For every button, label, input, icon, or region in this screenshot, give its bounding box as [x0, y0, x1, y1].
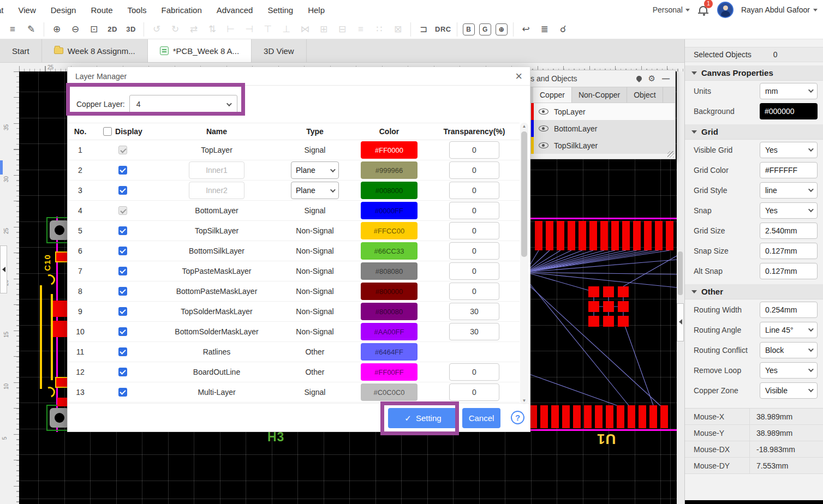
- prop-routing-width-input[interactable]: 0.254mm: [760, 302, 818, 318]
- layer-color-swatch[interactable]: #999966: [361, 161, 418, 179]
- tab-pcb-week8[interactable]: *PCB_Week 8 A...: [148, 39, 252, 62]
- prop-remove-loop-select[interactable]: Yes: [760, 362, 818, 379]
- layer-color-swatch[interactable]: #66CC33: [361, 242, 418, 260]
- layer-color-swatch[interactable]: #6464FF: [361, 343, 418, 361]
- layer-visible-checkbox[interactable]: [118, 287, 127, 296]
- layer-visible-checkbox[interactable]: [118, 307, 127, 316]
- layer-color-swatch[interactable]: #AA00FF: [361, 323, 418, 340]
- section-header-canvas-properties[interactable]: Canvas Properties: [685, 65, 823, 81]
- left-panel-collapse-handle[interactable]: [0, 245, 7, 293]
- section-header-other[interactable]: Other: [685, 284, 823, 299]
- prop-grid-color-input[interactable]: #FFFFFF: [760, 162, 818, 178]
- layer-transparency-input[interactable]: 0: [449, 141, 499, 159]
- prop-routing-conflict-select[interactable]: Block: [760, 342, 818, 358]
- menu-item-design[interactable]: Design: [51, 5, 76, 15]
- update-pcb-icon[interactable]: ⊐: [416, 22, 431, 37]
- menu-item-fabrication[interactable]: Fabrication: [162, 5, 202, 15]
- history-icon[interactable]: ↩: [519, 22, 533, 37]
- measure-icon[interactable]: ✎: [24, 22, 38, 37]
- gear-icon[interactable]: ⚙: [648, 74, 655, 83]
- resize-handle[interactable]: [667, 151, 674, 158]
- prop-grid-size-input[interactable]: 2.540mm: [760, 223, 818, 239]
- layer-transparency-input[interactable]: 0: [449, 242, 499, 260]
- tab-start[interactable]: Start: [0, 39, 42, 62]
- scrollbar-thumb[interactable]: [521, 131, 527, 257]
- pin-icon[interactable]: [635, 75, 642, 82]
- layer-transparency-input[interactable]: 0: [449, 262, 499, 280]
- scrollbar-thumb[interactable]: [678, 251, 683, 295]
- layers-tab-noncopper[interactable]: Non-Copper: [572, 87, 627, 103]
- layer-color-swatch[interactable]: #008000: [361, 182, 418, 199]
- layer-color-swatch[interactable]: #C0C0C0: [361, 383, 418, 401]
- eye-icon[interactable]: [539, 142, 548, 148]
- minimize-icon[interactable]: —: [662, 74, 670, 83]
- design-manager-icon[interactable]: ≡: [5, 22, 20, 37]
- layer-list-item[interactable]: BottomLayer: [506, 120, 675, 137]
- prop-visible-grid-select[interactable]: Yes: [760, 142, 818, 158]
- layer-name-input[interactable]: Inner1: [189, 161, 244, 179]
- layer-transparency-input[interactable]: 0: [449, 182, 499, 199]
- batch-modify-icon[interactable]: B: [463, 23, 475, 35]
- menu-item-clipped[interactable]: at: [0, 5, 4, 15]
- right-panel-collapse-handle[interactable]: [677, 303, 684, 341]
- avatar[interactable]: [717, 2, 733, 18]
- layer-visible-checkbox[interactable]: [118, 166, 127, 175]
- prop-snap-size-input[interactable]: 0.127mm: [760, 243, 818, 259]
- menu-item-view[interactable]: View: [19, 5, 36, 15]
- layer-visible-checkbox[interactable]: [118, 368, 127, 376]
- prop-routing-angle-select[interactable]: Line 45°: [760, 322, 818, 338]
- layer-visible-checkbox[interactable]: [118, 267, 127, 275]
- display-all-checkbox[interactable]: [103, 127, 112, 136]
- eye-icon[interactable]: [539, 125, 548, 131]
- table-scrollbar[interactable]: ▲ ▼: [520, 123, 528, 404]
- zoom-out-icon[interactable]: ⊖: [68, 22, 82, 37]
- tab-3d-view[interactable]: 3D View: [252, 39, 307, 62]
- setting-button[interactable]: ✓ Setting: [388, 408, 458, 428]
- layer-color-swatch[interactable]: #808080: [361, 262, 418, 280]
- share-icon[interactable]: ☌: [556, 22, 570, 37]
- view-3d-button[interactable]: 3D: [124, 22, 138, 37]
- layer-color-swatch[interactable]: #FFCC00: [361, 222, 418, 239]
- section-header-grid[interactable]: Grid: [685, 124, 823, 140]
- prop-snap-select[interactable]: Yes: [760, 202, 818, 219]
- layer-transparency-input[interactable]: 30: [449, 303, 499, 320]
- layer-list-item[interactable]: TopLayer: [506, 103, 675, 120]
- layer-visible-checkbox[interactable]: [118, 388, 127, 397]
- canvas-vertical-scrollbar[interactable]: [677, 71, 684, 504]
- prop-background-input[interactable]: #000000: [760, 103, 818, 119]
- layer-name-input[interactable]: Inner2: [189, 182, 244, 199]
- prop-grid-style-select[interactable]: line: [760, 182, 818, 199]
- scroll-down-icon[interactable]: ▼: [520, 398, 528, 403]
- menu-item-advanced[interactable]: Advanced: [217, 5, 253, 15]
- layer-type-select[interactable]: Plane: [291, 161, 339, 179]
- zoom-fit-icon[interactable]: ⊡: [87, 22, 101, 37]
- user-menu[interactable]: Rayan Abdul Gafoor: [741, 5, 818, 14]
- cancel-button[interactable]: Cancel: [462, 408, 500, 428]
- zoom-in-icon[interactable]: ⊕: [50, 22, 64, 37]
- menu-item-tools[interactable]: Tools: [128, 5, 147, 15]
- layer-type-select[interactable]: Plane: [291, 182, 339, 199]
- layer-color-swatch[interactable]: #800080: [361, 303, 418, 320]
- layer-visible-checkbox[interactable]: [118, 186, 127, 195]
- layer-transparency-input[interactable]: 0: [449, 222, 499, 239]
- scroll-up-icon[interactable]: ▲: [520, 124, 528, 129]
- locate-icon[interactable]: ⊕: [496, 23, 508, 35]
- menu-item-route[interactable]: Route: [91, 5, 112, 15]
- prop-alt-snap-input[interactable]: 0.127mm: [760, 263, 818, 279]
- drc-button[interactable]: DRC: [435, 22, 451, 37]
- menu-item-help[interactable]: Help: [308, 5, 325, 15]
- layer-transparency-input[interactable]: 0: [449, 383, 499, 401]
- copper-layer-select[interactable]: 4: [129, 95, 237, 113]
- prop-units-select[interactable]: mm: [760, 83, 818, 99]
- view-2d-button[interactable]: 2D: [105, 22, 120, 37]
- tab-week8-project[interactable]: Week 8 Assignm...: [42, 39, 148, 62]
- layer-visible-checkbox[interactable]: [118, 247, 127, 255]
- menu-item-setting[interactable]: Setting: [267, 5, 293, 15]
- layer-transparency-input[interactable]: 0: [449, 202, 499, 219]
- layer-transparency-input[interactable]: 0: [449, 283, 499, 300]
- eye-icon[interactable]: [539, 109, 548, 115]
- layer-stack-icon[interactable]: ≣: [538, 22, 552, 37]
- layer-visible-checkbox[interactable]: [118, 327, 127, 336]
- layer-color-swatch[interactable]: #800000: [361, 283, 418, 300]
- layer-list-item[interactable]: TopSilkLayer: [506, 137, 675, 154]
